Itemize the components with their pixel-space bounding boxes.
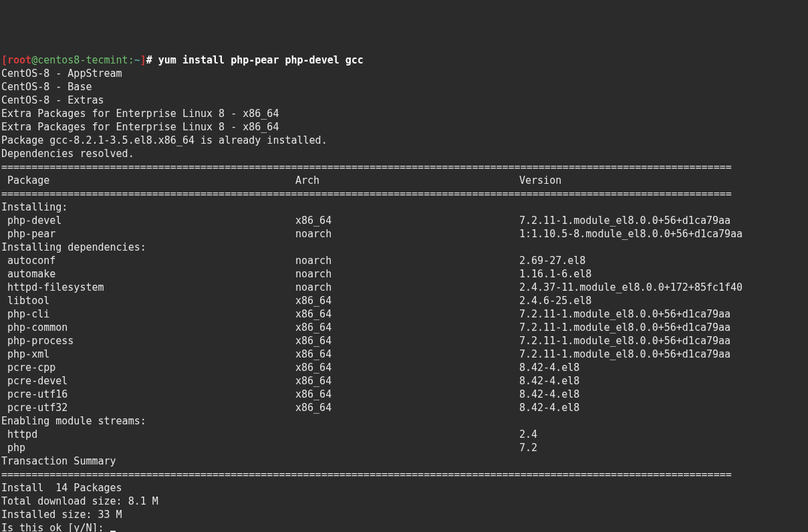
command-input[interactable]: yum install php-pear php-devel gcc <box>152 54 364 66</box>
confirm-text: Is this ok [y/N]: <box>1 522 110 532</box>
package-version: 7.2.11-1.module_el8.0.0+56+d1ca79aa <box>519 215 730 227</box>
package-version: 2.4.6-25.el8 <box>519 295 591 307</box>
package-version: 1.16.1-6.el8 <box>519 268 591 280</box>
package-row: php-clix86_647.2.11-1.module_el8.0.0+56+… <box>1 307 808 321</box>
repo-line: CentOS-8 - Extras <box>1 94 808 107</box>
package-arch: x86_64 <box>295 321 519 334</box>
package-version: 2.4 <box>519 428 537 440</box>
section-header: Installing dependencies: <box>1 241 808 254</box>
total-download: Total download size: 8.1 M <box>1 495 158 507</box>
col-header-package: Package <box>1 174 295 187</box>
repo-line: Extra Packages for Enterprise Linux 8 - … <box>1 107 808 120</box>
repo-name: Extra Packages for Enterprise Linux 8 - … <box>1 108 279 120</box>
repo-line: Extra Packages for Enterprise Linux 8 - … <box>1 120 808 134</box>
package-arch: x86_64 <box>295 374 519 388</box>
section-installing: Installing: <box>1 201 68 213</box>
terminal-line: ========================================… <box>1 187 808 201</box>
section-header: Installing: <box>1 201 808 214</box>
package-name: libtool <box>1 294 295 307</box>
package-version: 8.42-4.el8 <box>519 402 579 414</box>
repo-line: CentOS-8 - AppStream <box>1 67 808 80</box>
package-row: pcre-develx86_648.42-4.el8 <box>1 374 808 388</box>
bracket-close: ] <box>140 54 146 66</box>
terminal-line: Total download size: 8.1 M <box>1 495 808 508</box>
package-name: php-common <box>1 321 295 334</box>
confirm-prompt: Is this ok [y/N]: <box>1 521 808 532</box>
package-arch: noarch <box>295 227 519 241</box>
package-arch: noarch <box>295 267 519 281</box>
repo-name: CentOS-8 - AppStream <box>1 68 122 80</box>
package-name: pcre-devel <box>1 374 295 388</box>
package-row: pcre-cppx86_648.42-4.el8 <box>1 361 808 374</box>
divider: ========================================… <box>1 161 732 173</box>
package-arch: x86_64 <box>295 388 519 401</box>
col-header-version: Version <box>519 174 561 186</box>
package-version: 7.2.11-1.module_el8.0.0+56+d1ca79aa <box>519 348 730 360</box>
section-streams: Enabling module streams: <box>1 415 146 427</box>
divider: ========================================… <box>1 188 732 200</box>
package-name: httpd-filesystem <box>1 281 295 294</box>
status-text: Dependencies resolved. <box>1 148 134 160</box>
package-name: httpd <box>1 428 295 441</box>
package-arch: x86_64 <box>295 334 519 348</box>
package-row: php7.2 <box>1 441 808 454</box>
package-name: php <box>1 441 295 454</box>
divider: ========================================… <box>1 469 732 481</box>
package-version: 7.2.11-1.module_el8.0.0+56+d1ca79aa <box>519 321 730 334</box>
package-row: automakenoarch1.16.1-6.el8 <box>1 267 808 281</box>
prompt-host: centos8-tecmint <box>37 54 128 66</box>
package-version: 7.2 <box>519 442 537 454</box>
package-version: 8.42-4.el8 <box>519 375 579 387</box>
hash-icon: # <box>146 54 152 66</box>
package-row: php-pearnoarch1:1.10.5-8.module_el8.0.0+… <box>1 227 808 241</box>
package-arch: x86_64 <box>295 294 519 307</box>
package-name: php-cli <box>1 307 295 321</box>
package-arch: noarch <box>295 254 519 267</box>
package-row: php-xmlx86_647.2.11-1.module_el8.0.0+56+… <box>1 348 808 361</box>
package-arch: noarch <box>295 281 519 294</box>
package-row: libtoolx86_642.4.6-25.el8 <box>1 294 808 307</box>
terminal-line: ========================================… <box>1 468 808 481</box>
package-name: pcre-utf32 <box>1 401 295 414</box>
package-row: php-commonx86_647.2.11-1.module_el8.0.0+… <box>1 321 808 334</box>
package-version: 8.42-4.el8 <box>519 362 579 374</box>
package-version: 7.2.11-1.module_el8.0.0+56+d1ca79aa <box>519 308 730 320</box>
repo-name: Extra Packages for Enterprise Linux 8 - … <box>1 121 279 133</box>
terminal-line: Installed size: 33 M <box>1 508 808 521</box>
package-arch: x86_64 <box>295 401 519 414</box>
col-header-arch: Arch <box>295 174 519 187</box>
repo-name: CentOS-8 - Base <box>1 81 92 93</box>
at-sign: @ <box>31 54 37 66</box>
colon: : <box>128 54 134 66</box>
package-row: pcre-utf32x86_648.42-4.el8 <box>1 401 808 414</box>
shell-prompt-line: [root@centos8-tecmint:~]# yum install ph… <box>1 53 808 67</box>
prompt-path: ~ <box>134 54 140 66</box>
package-row: httpd-filesystemnoarch2.4.37-11.module_e… <box>1 281 808 294</box>
package-name: php-xml <box>1 348 295 361</box>
package-arch: x86_64 <box>295 307 519 321</box>
package-version: 8.42-4.el8 <box>519 388 579 400</box>
installed-size: Installed size: 33 M <box>1 509 122 521</box>
summary-title: Transaction Summary <box>1 454 808 468</box>
section-header: Enabling module streams: <box>1 414 808 428</box>
package-version: 2.4.37-11.module_el8.0.0+172+85fc1f40 <box>519 281 743 293</box>
prompt-user: root <box>7 54 31 66</box>
package-name: pcre-cpp <box>1 361 295 374</box>
package-arch: x86_64 <box>295 361 519 374</box>
package-version: 1:1.10.5-8.module_el8.0.0+56+d1ca79aa <box>519 228 743 240</box>
section-deps: Installing dependencies: <box>1 241 146 253</box>
package-row: autoconfnoarch2.69-27.el8 <box>1 254 808 267</box>
package-name: php-pear <box>1 227 295 241</box>
package-row: php-processx86_647.2.11-1.module_el8.0.0… <box>1 334 808 348</box>
terminal-line: ========================================… <box>1 160 808 174</box>
package-version: 2.69-27.el8 <box>519 255 585 267</box>
package-row: pcre-utf16x86_648.42-4.el8 <box>1 388 808 401</box>
repo-name: CentOS-8 - Extras <box>1 94 104 106</box>
column-headers: PackageArchVersion <box>1 174 808 187</box>
terminal-line: Package gcc-8.2.1-3.5.el8.x86_64 is alre… <box>1 134 808 147</box>
package-name: autoconf <box>1 254 295 267</box>
package-arch: x86_64 <box>295 214 519 227</box>
terminal-line: Install 14 Packages <box>1 481 808 495</box>
package-name: automake <box>1 267 295 281</box>
bracket-open: [ <box>1 54 7 66</box>
